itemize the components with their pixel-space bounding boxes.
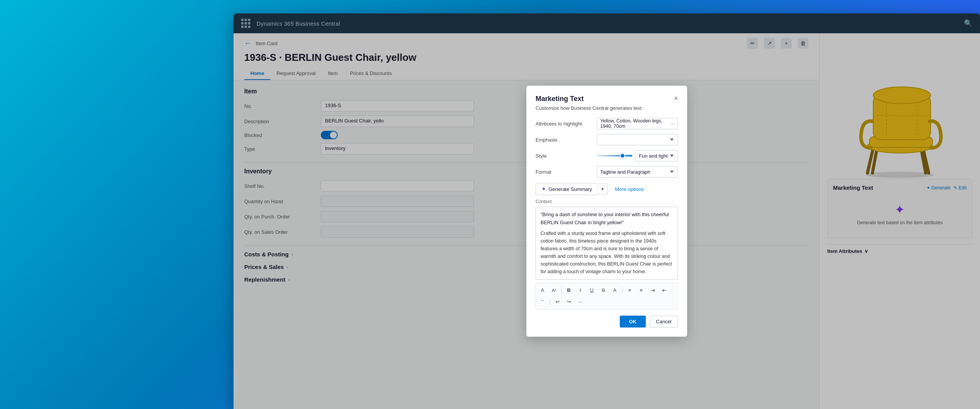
emphasis-field-row: Emphasis <box>536 134 678 145</box>
editor-divider-3 <box>550 298 550 305</box>
format-field-row: Format Tagline and Paragraph Paragraph T… <box>536 166 678 178</box>
sparkle-icon: ✦ <box>541 186 546 192</box>
attributes-value[interactable]: Yellow, Cotton, Wooden legs, 1940, 70cm … <box>597 118 678 129</box>
editor-more-btn[interactable]: ··· <box>575 297 585 307</box>
attributes-label: Attributes to highlight <box>536 121 597 127</box>
editor-divider-2 <box>622 287 622 294</box>
editor-outdent-btn[interactable]: ⇤ <box>659 285 669 295</box>
style-label: Style <box>536 153 597 159</box>
editor-underline-btn[interactable]: U <box>587 285 597 295</box>
editor-align-left-btn[interactable]: ≡ <box>625 285 635 295</box>
editor-font-color-btn[interactable]: A <box>610 285 620 295</box>
format-label: Format <box>536 169 597 175</box>
editor-quote-btn[interactable]: " <box>537 297 547 307</box>
generate-toolbar: ✦ Generate Summary ▾ More options <box>536 183 678 195</box>
editor-italic-btn[interactable]: I <box>575 285 585 295</box>
style-slider-container <box>597 150 632 161</box>
modal-footer: OK Cancel <box>536 316 678 328</box>
attributes-text: Yellow, Cotton, Wooden legs, 1940, 70cm <box>600 118 670 129</box>
style-slider-track <box>597 155 632 156</box>
attributes-more-icon[interactable]: ··· <box>670 121 675 127</box>
generate-summary-dropdown-button[interactable]: ▾ <box>597 184 608 194</box>
ok-button[interactable]: OK <box>620 316 646 328</box>
editor-superscript-btn[interactable]: A² <box>549 285 559 295</box>
modal-close-button[interactable]: × <box>674 95 678 102</box>
more-options-button[interactable]: More options <box>611 184 647 194</box>
cancel-button[interactable]: Cancel <box>650 316 678 328</box>
editor-divider-1 <box>561 287 562 294</box>
editor-undo-btn[interactable]: ↩ <box>552 297 562 307</box>
editor-indent-btn[interactable]: ⇥ <box>648 285 658 295</box>
style-field-row: Style Fun and light Formal Adventurous <box>536 150 678 161</box>
emphasis-select[interactable] <box>597 134 678 145</box>
modal-overlay: Marketing Text × Customize how Business … <box>234 13 980 409</box>
app-window: Dynamics 365 Business Central 🔍 ← Item C… <box>234 13 980 409</box>
content-paragraph: Crafted with a sturdy wood frame and uph… <box>541 230 673 275</box>
content-tagline: "Bring a dash of sunshine to your interi… <box>541 211 673 226</box>
editor-redo-btn[interactable]: ↪ <box>564 297 574 307</box>
style-slider-thumb[interactable] <box>620 153 625 158</box>
style-select[interactable]: Fun and light Formal Adventurous <box>635 150 678 161</box>
content-box[interactable]: "Bring a dash of sunshine to your interi… <box>536 207 678 279</box>
editor-text-size-btn[interactable]: A <box>537 285 547 295</box>
attributes-field-row: Attributes to highlight Yellow, Cotton, … <box>536 118 678 129</box>
format-select[interactable]: Tagline and Paragraph Paragraph Tagline <box>597 166 678 178</box>
editor-bold-btn[interactable]: B <box>564 285 574 295</box>
modal-title: Marketing Text <box>536 95 584 103</box>
generate-summary-label: Generate Summary <box>549 186 592 192</box>
emphasis-label: Emphasis <box>536 137 597 143</box>
editor-list-btn[interactable]: ≡ <box>636 285 646 295</box>
modal-subtitle: Customize how Business Central generates… <box>536 105 678 111</box>
editor-toolbar: A A² B I U S A ≡ ≡ ⇥ ⇤ " ↩ ↪ ··· <box>536 283 678 310</box>
generate-summary-button[interactable]: ✦ Generate Summary <box>536 183 597 195</box>
editor-strikethrough-btn[interactable]: S <box>598 285 608 295</box>
marketing-text-modal: Marketing Text × Customize how Business … <box>526 86 687 336</box>
modal-header: Marketing Text × <box>536 95 678 103</box>
content-label: Content <box>536 199 678 204</box>
